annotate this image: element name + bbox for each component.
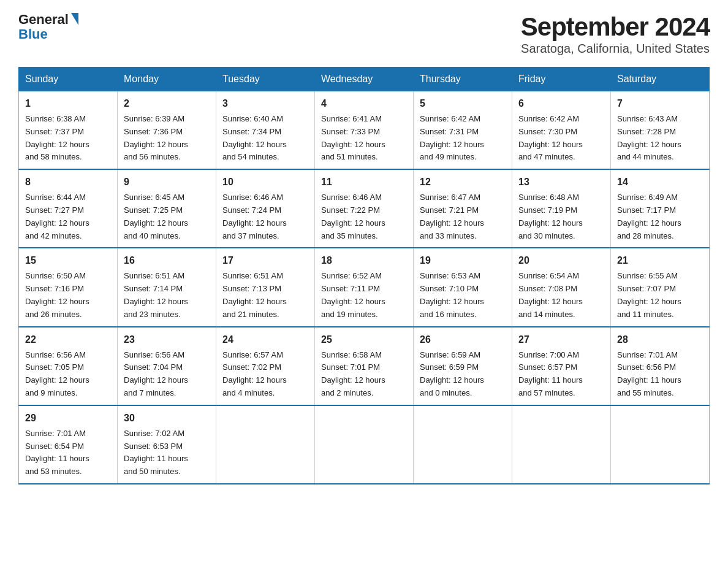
- day-info: Sunrise: 6:40 AMSunset: 7:34 PMDaylight:…: [222, 113, 308, 164]
- calendar-day-cell: 30Sunrise: 7:02 AMSunset: 6:53 PMDayligh…: [118, 405, 216, 484]
- day-info: Sunrise: 6:53 AMSunset: 7:10 PMDaylight:…: [420, 270, 506, 321]
- calendar-empty-cell: [611, 405, 710, 484]
- day-info: Sunrise: 6:59 AMSunset: 6:59 PMDaylight:…: [420, 349, 506, 400]
- day-number: 15: [25, 253, 111, 268]
- day-number: 8: [25, 175, 111, 190]
- day-number: 7: [617, 96, 703, 111]
- day-number: 4: [321, 96, 407, 111]
- calendar-week-row: 15Sunrise: 6:50 AMSunset: 7:16 PMDayligh…: [19, 248, 710, 326]
- calendar-day-cell: 21Sunrise: 6:55 AMSunset: 7:07 PMDayligh…: [611, 248, 710, 326]
- day-number: 13: [518, 175, 604, 190]
- calendar-day-cell: 4Sunrise: 6:41 AMSunset: 7:33 PMDaylight…: [315, 91, 414, 170]
- day-info: Sunrise: 6:43 AMSunset: 7:28 PMDaylight:…: [617, 113, 703, 164]
- day-info: Sunrise: 6:55 AMSunset: 7:07 PMDaylight:…: [617, 270, 703, 321]
- day-info: Sunrise: 6:46 AMSunset: 7:22 PMDaylight:…: [321, 191, 407, 242]
- day-number: 26: [420, 332, 506, 347]
- calendar-empty-cell: [216, 405, 315, 484]
- calendar-day-cell: 24Sunrise: 6:57 AMSunset: 7:02 PMDayligh…: [216, 327, 315, 405]
- day-header-friday: Friday: [512, 67, 611, 91]
- day-number: 28: [617, 332, 703, 347]
- day-info: Sunrise: 6:54 AMSunset: 7:08 PMDaylight:…: [518, 270, 604, 321]
- logo-triangle-icon: [71, 13, 78, 25]
- calendar-day-cell: 26Sunrise: 6:59 AMSunset: 6:59 PMDayligh…: [414, 327, 512, 405]
- calendar-day-cell: 29Sunrise: 7:01 AMSunset: 6:54 PMDayligh…: [19, 405, 118, 484]
- calendar-day-cell: 16Sunrise: 6:51 AMSunset: 7:14 PMDayligh…: [118, 248, 216, 326]
- day-info: Sunrise: 6:56 AMSunset: 7:05 PMDaylight:…: [25, 349, 111, 400]
- calendar-week-row: 8Sunrise: 6:44 AMSunset: 7:27 PMDaylight…: [19, 169, 710, 248]
- calendar-day-cell: 7Sunrise: 6:43 AMSunset: 7:28 PMDaylight…: [611, 91, 710, 170]
- day-info: Sunrise: 6:39 AMSunset: 7:36 PMDaylight:…: [124, 113, 210, 164]
- calendar-day-cell: 25Sunrise: 6:58 AMSunset: 7:01 PMDayligh…: [315, 327, 414, 405]
- day-header-wednesday: Wednesday: [315, 67, 414, 91]
- day-info: Sunrise: 6:45 AMSunset: 7:25 PMDaylight:…: [124, 191, 210, 242]
- day-number: 17: [222, 253, 308, 268]
- day-number: 12: [420, 175, 506, 190]
- day-info: Sunrise: 6:44 AMSunset: 7:27 PMDaylight:…: [25, 191, 111, 242]
- day-number: 27: [518, 332, 604, 347]
- calendar-day-cell: 9Sunrise: 6:45 AMSunset: 7:25 PMDaylight…: [118, 169, 216, 248]
- calendar-empty-cell: [414, 405, 512, 484]
- calendar-empty-cell: [315, 405, 414, 484]
- logo-general: General: [18, 12, 69, 27]
- day-number: 18: [321, 253, 407, 268]
- calendar-day-cell: 1Sunrise: 6:38 AMSunset: 7:37 PMDaylight…: [19, 91, 118, 170]
- calendar-day-cell: 20Sunrise: 6:54 AMSunset: 7:08 PMDayligh…: [512, 248, 611, 326]
- day-number: 2: [124, 96, 210, 111]
- day-info: Sunrise: 7:02 AMSunset: 6:53 PMDaylight:…: [124, 427, 210, 478]
- day-number: 1: [25, 96, 111, 111]
- day-info: Sunrise: 6:46 AMSunset: 7:24 PMDaylight:…: [222, 191, 308, 242]
- calendar-day-cell: 27Sunrise: 7:00 AMSunset: 6:57 PMDayligh…: [512, 327, 611, 405]
- day-info: Sunrise: 6:49 AMSunset: 7:17 PMDaylight:…: [617, 191, 703, 242]
- day-info: Sunrise: 6:51 AMSunset: 7:14 PMDaylight:…: [124, 270, 210, 321]
- day-number: 16: [124, 253, 210, 268]
- calendar-day-cell: 19Sunrise: 6:53 AMSunset: 7:10 PMDayligh…: [414, 248, 512, 326]
- day-number: 29: [25, 411, 111, 426]
- day-info: Sunrise: 6:38 AMSunset: 7:37 PMDaylight:…: [25, 113, 111, 164]
- day-number: 30: [124, 411, 210, 426]
- day-info: Sunrise: 6:41 AMSunset: 7:33 PMDaylight:…: [321, 113, 407, 164]
- day-info: Sunrise: 6:56 AMSunset: 7:04 PMDaylight:…: [124, 349, 210, 400]
- calendar-header-row: SundayMondayTuesdayWednesdayThursdayFrid…: [19, 67, 710, 91]
- day-number: 3: [222, 96, 308, 111]
- day-info: Sunrise: 6:42 AMSunset: 7:30 PMDaylight:…: [518, 113, 604, 164]
- day-info: Sunrise: 6:57 AMSunset: 7:02 PMDaylight:…: [222, 349, 308, 400]
- calendar-day-cell: 5Sunrise: 6:42 AMSunset: 7:31 PMDaylight…: [414, 91, 512, 170]
- day-info: Sunrise: 6:51 AMSunset: 7:13 PMDaylight:…: [222, 270, 308, 321]
- day-info: Sunrise: 7:00 AMSunset: 6:57 PMDaylight:…: [518, 349, 604, 400]
- day-info: Sunrise: 6:58 AMSunset: 7:01 PMDaylight:…: [321, 349, 407, 400]
- calendar-day-cell: 15Sunrise: 6:50 AMSunset: 7:16 PMDayligh…: [19, 248, 118, 326]
- day-number: 25: [321, 332, 407, 347]
- calendar-day-cell: 13Sunrise: 6:48 AMSunset: 7:19 PMDayligh…: [512, 169, 611, 248]
- day-info: Sunrise: 6:52 AMSunset: 7:11 PMDaylight:…: [321, 270, 407, 321]
- day-number: 10: [222, 175, 308, 190]
- calendar-week-row: 29Sunrise: 7:01 AMSunset: 6:54 PMDayligh…: [19, 405, 710, 484]
- calendar-day-cell: 23Sunrise: 6:56 AMSunset: 7:04 PMDayligh…: [118, 327, 216, 405]
- calendar-day-cell: 12Sunrise: 6:47 AMSunset: 7:21 PMDayligh…: [414, 169, 512, 248]
- calendar-week-row: 22Sunrise: 6:56 AMSunset: 7:05 PMDayligh…: [19, 327, 710, 405]
- day-number: 21: [617, 253, 703, 268]
- day-info: Sunrise: 7:01 AMSunset: 6:54 PMDaylight:…: [25, 427, 111, 478]
- calendar-day-cell: 6Sunrise: 6:42 AMSunset: 7:30 PMDaylight…: [512, 91, 611, 170]
- day-info: Sunrise: 6:48 AMSunset: 7:19 PMDaylight:…: [518, 191, 604, 242]
- day-header-monday: Monday: [118, 67, 216, 91]
- day-number: 24: [222, 332, 308, 347]
- day-info: Sunrise: 6:47 AMSunset: 7:21 PMDaylight:…: [420, 191, 506, 242]
- calendar-day-cell: 2Sunrise: 6:39 AMSunset: 7:36 PMDaylight…: [118, 91, 216, 170]
- calendar-day-cell: 14Sunrise: 6:49 AMSunset: 7:17 PMDayligh…: [611, 169, 710, 248]
- day-header-saturday: Saturday: [611, 67, 710, 91]
- calendar-week-row: 1Sunrise: 6:38 AMSunset: 7:37 PMDaylight…: [19, 91, 710, 170]
- title-area: September 2024 Saratoga, California, Uni…: [521, 12, 710, 56]
- page-header: General Blue September 2024 Saratoga, Ca…: [18, 12, 710, 56]
- calendar-table: SundayMondayTuesdayWednesdayThursdayFrid…: [18, 67, 710, 484]
- day-number: 14: [617, 175, 703, 190]
- calendar-day-cell: 22Sunrise: 6:56 AMSunset: 7:05 PMDayligh…: [19, 327, 118, 405]
- calendar-day-cell: 11Sunrise: 6:46 AMSunset: 7:22 PMDayligh…: [315, 169, 414, 248]
- day-number: 20: [518, 253, 604, 268]
- day-info: Sunrise: 7:01 AMSunset: 6:56 PMDaylight:…: [617, 349, 703, 400]
- logo-blue: Blue: [18, 27, 48, 42]
- day-header-tuesday: Tuesday: [216, 67, 315, 91]
- calendar-title: September 2024: [521, 12, 710, 42]
- day-header-thursday: Thursday: [414, 67, 512, 91]
- day-info: Sunrise: 6:42 AMSunset: 7:31 PMDaylight:…: [420, 113, 506, 164]
- calendar-day-cell: 28Sunrise: 7:01 AMSunset: 6:56 PMDayligh…: [611, 327, 710, 405]
